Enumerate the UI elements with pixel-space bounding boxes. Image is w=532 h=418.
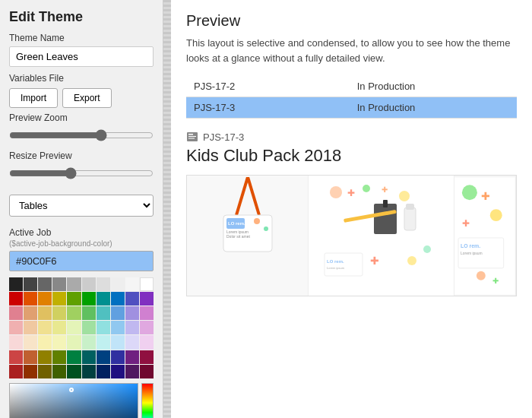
svg-rect-1 — [188, 134, 193, 135]
swatch[interactable] — [125, 292, 139, 306]
swatch[interactable] — [97, 277, 110, 291]
swatch[interactable] — [24, 321, 37, 334]
color-picker[interactable] — [9, 383, 154, 418]
swatch[interactable] — [38, 321, 52, 334]
swatch[interactable] — [38, 350, 52, 364]
svg-point-16 — [363, 185, 370, 192]
preview-zoom-label: Preview Zoom — [9, 112, 154, 123]
export-button[interactable]: Export — [62, 88, 112, 108]
swatch[interactable] — [97, 365, 110, 378]
swatch[interactable] — [125, 277, 139, 291]
swatch[interactable] — [9, 306, 23, 320]
swatch[interactable] — [38, 365, 52, 378]
swatch[interactable] — [140, 321, 154, 334]
swatch[interactable] — [38, 306, 52, 320]
swatch[interactable] — [82, 292, 96, 306]
status-cell — [315, 97, 350, 119]
swatch[interactable] — [24, 292, 37, 306]
job-detail-id: PJS-17-3 — [203, 131, 244, 143]
swatch[interactable] — [97, 292, 110, 306]
swatch[interactable] — [97, 335, 110, 349]
swatch[interactable] — [24, 350, 37, 364]
swatch[interactable] — [67, 277, 81, 291]
swatch[interactable] — [140, 292, 154, 306]
swatch[interactable] — [52, 306, 66, 320]
job-detail-title: Kids Club Pack 2018 — [186, 146, 517, 166]
preview-zoom-slider[interactable] — [9, 129, 154, 141]
resize-preview-slider[interactable] — [9, 167, 154, 179]
swatch[interactable] — [9, 321, 23, 334]
swatch[interactable] — [38, 335, 52, 349]
color-hex-display[interactable]: #90C0F6 — [9, 251, 154, 271]
swatch[interactable] — [52, 277, 66, 291]
svg-rect-3 — [188, 138, 195, 139]
image-placeholder-3: ✚ ✚ LO rem. Lorem ipsum ✚ — [454, 176, 516, 296]
swatch[interactable] — [97, 350, 110, 364]
table-row[interactable]: PJS-17-2 In Production — [186, 76, 517, 97]
swatch[interactable] — [82, 350, 96, 364]
swatch[interactable] — [82, 277, 96, 291]
swatch[interactable] — [82, 365, 96, 378]
svg-text:✚: ✚ — [492, 276, 499, 284]
swatch[interactable] — [140, 306, 154, 320]
swatch[interactable] — [82, 306, 96, 320]
hue-bar[interactable] — [141, 383, 154, 418]
swatch[interactable] — [97, 321, 110, 334]
swatch[interactable] — [125, 350, 139, 364]
theme-name-input[interactable] — [9, 46, 154, 67]
swatch[interactable] — [82, 335, 96, 349]
swatch[interactable] — [9, 277, 23, 291]
swatch[interactable] — [111, 292, 125, 306]
swatch[interactable] — [38, 292, 52, 306]
color-gradient-box[interactable] — [9, 383, 138, 418]
layout-dropdown[interactable]: Tables Cards List — [9, 195, 154, 217]
swatch[interactable] — [111, 306, 125, 320]
swatch[interactable] — [52, 292, 66, 306]
swatch[interactable] — [9, 350, 23, 364]
swatch[interactable] — [125, 306, 139, 320]
swatch[interactable] — [24, 306, 37, 320]
swatch[interactable] — [9, 292, 23, 306]
swatch[interactable] — [111, 335, 125, 349]
swatch[interactable] — [125, 335, 139, 349]
swatch[interactable] — [140, 365, 154, 378]
swatch[interactable] — [67, 365, 81, 378]
swatch[interactable] — [24, 335, 37, 349]
swatch[interactable] — [67, 335, 81, 349]
svg-point-33 — [490, 209, 502, 221]
swatch[interactable] — [140, 277, 154, 291]
swatch[interactable] — [67, 292, 81, 306]
swatch[interactable] — [140, 335, 154, 349]
status-badge: In Production — [350, 76, 517, 97]
swatch[interactable] — [24, 277, 37, 291]
swatch[interactable] — [52, 365, 66, 378]
swatch[interactable] — [125, 321, 139, 334]
swatch[interactable] — [52, 321, 66, 334]
swatch[interactable] — [140, 350, 154, 364]
swatch[interactable] — [125, 365, 139, 378]
swatch[interactable] — [111, 350, 125, 364]
swatch[interactable] — [67, 350, 81, 364]
status-badge: In Production — [350, 97, 517, 119]
swatch[interactable] — [24, 365, 37, 378]
table-row-active[interactable]: PJS-17-3 In Production — [186, 97, 517, 119]
import-button[interactable]: Import — [9, 88, 58, 108]
swatch[interactable] — [52, 335, 66, 349]
images-strip: LO rem. Lorem ipsum Dolor sit amet ✚ ✚ ✚ — [186, 175, 517, 296]
swatch[interactable] — [9, 335, 23, 349]
job-id-cell: PJS-17-2 — [186, 76, 315, 97]
svg-text:✚: ✚ — [202, 177, 208, 179]
svg-text:Lorem ipsum: Lorem ipsum — [461, 251, 483, 255]
swatch[interactable] — [97, 306, 110, 320]
swatch[interactable] — [9, 365, 23, 378]
swatch[interactable] — [38, 277, 52, 291]
swatch[interactable] — [111, 365, 125, 378]
job-detail: PJS-17-3 Kids Club Pack 2018 — [186, 131, 517, 166]
swatch[interactable] — [52, 350, 66, 364]
swatch[interactable] — [82, 321, 96, 334]
swatch[interactable] — [67, 306, 81, 320]
swatch[interactable] — [111, 321, 125, 334]
svg-text:LO rem.: LO rem. — [461, 242, 480, 248]
swatch[interactable] — [67, 321, 81, 334]
swatch[interactable] — [111, 277, 125, 291]
